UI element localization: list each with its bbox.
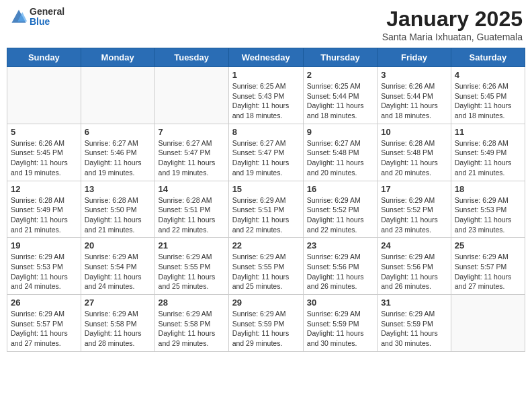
day-info: Sunrise: 6:26 AMSunset: 5:44 PMDaylight:… <box>381 81 447 121</box>
logo-icon <box>9 7 28 26</box>
month-title: January 2025 <box>382 7 523 32</box>
calendar-cell: 5Sunrise: 6:26 AMSunset: 5:45 PMDaylight… <box>7 124 81 181</box>
day-info: Sunrise: 6:27 AMSunset: 5:48 PMDaylight:… <box>307 138 373 178</box>
calendar-cell: 27Sunrise: 6:29 AMSunset: 5:58 PMDayligh… <box>81 295 154 352</box>
weekday-header-sunday: Sunday <box>7 48 81 67</box>
day-number: 8 <box>232 127 300 137</box>
day-number: 29 <box>232 298 300 308</box>
day-number: 25 <box>455 240 521 250</box>
calendar-cell <box>154 67 228 124</box>
day-info: Sunrise: 6:29 AMSunset: 5:57 PMDaylight:… <box>11 309 77 349</box>
day-info: Sunrise: 6:25 AMSunset: 5:43 PMDaylight:… <box>232 81 300 121</box>
day-number: 5 <box>11 127 77 137</box>
calendar-cell: 19Sunrise: 6:29 AMSunset: 5:53 PMDayligh… <box>7 238 81 295</box>
day-info: Sunrise: 6:25 AMSunset: 5:44 PMDaylight:… <box>307 81 373 121</box>
logo-blue-text: Blue <box>30 17 64 27</box>
day-info: Sunrise: 6:29 AMSunset: 5:52 PMDaylight:… <box>307 195 373 235</box>
weekday-header-wednesday: Wednesday <box>228 48 303 67</box>
day-number: 28 <box>159 298 225 308</box>
logo: General Blue <box>9 7 64 28</box>
day-info: Sunrise: 6:29 AMSunset: 5:58 PMDaylight:… <box>159 309 225 349</box>
day-info: Sunrise: 6:26 AMSunset: 5:45 PMDaylight:… <box>11 138 77 178</box>
calendar-cell: 30Sunrise: 6:29 AMSunset: 5:59 PMDayligh… <box>303 295 377 352</box>
calendar-cell: 26Sunrise: 6:29 AMSunset: 5:57 PMDayligh… <box>7 295 81 352</box>
day-info: Sunrise: 6:29 AMSunset: 5:59 PMDaylight:… <box>307 309 373 349</box>
day-info: Sunrise: 6:28 AMSunset: 5:51 PMDaylight:… <box>159 195 225 235</box>
title-block: January 2025 Santa Maria Ixhuatan, Guate… <box>382 7 523 42</box>
calendar-cell <box>7 67 81 124</box>
logo-general-text: General <box>30 7 64 17</box>
day-number: 12 <box>11 184 77 194</box>
day-info: Sunrise: 6:27 AMSunset: 5:47 PMDaylight:… <box>159 138 225 178</box>
day-info: Sunrise: 6:28 AMSunset: 5:48 PMDaylight:… <box>381 138 447 178</box>
day-info: Sunrise: 6:29 AMSunset: 5:59 PMDaylight:… <box>381 309 447 349</box>
calendar-cell: 20Sunrise: 6:29 AMSunset: 5:54 PMDayligh… <box>81 238 154 295</box>
day-number: 9 <box>307 127 373 137</box>
weekday-header-tuesday: Tuesday <box>154 48 228 67</box>
day-info: Sunrise: 6:28 AMSunset: 5:50 PMDaylight:… <box>85 195 151 235</box>
day-number: 21 <box>159 240 225 250</box>
day-number: 31 <box>381 298 447 308</box>
calendar-cell <box>81 67 154 124</box>
day-info: Sunrise: 6:27 AMSunset: 5:46 PMDaylight:… <box>85 138 151 178</box>
calendar-cell: 11Sunrise: 6:28 AMSunset: 5:49 PMDayligh… <box>451 124 525 181</box>
day-info: Sunrise: 6:29 AMSunset: 5:53 PMDaylight:… <box>11 252 77 291</box>
day-info: Sunrise: 6:26 AMSunset: 5:45 PMDaylight:… <box>455 81 521 121</box>
calendar-cell: 8Sunrise: 6:27 AMSunset: 5:47 PMDaylight… <box>228 124 303 181</box>
day-info: Sunrise: 6:29 AMSunset: 5:52 PMDaylight:… <box>381 195 447 235</box>
day-number: 1 <box>232 70 300 80</box>
day-info: Sunrise: 6:29 AMSunset: 5:53 PMDaylight:… <box>455 195 521 235</box>
calendar-cell: 21Sunrise: 6:29 AMSunset: 5:55 PMDayligh… <box>154 238 228 295</box>
calendar-cell: 1Sunrise: 6:25 AMSunset: 5:43 PMDaylight… <box>228 67 303 124</box>
day-info: Sunrise: 6:29 AMSunset: 5:57 PMDaylight:… <box>455 252 521 291</box>
calendar-cell: 2Sunrise: 6:25 AMSunset: 5:44 PMDaylight… <box>303 67 377 124</box>
day-info: Sunrise: 6:29 AMSunset: 5:51 PMDaylight:… <box>232 195 300 235</box>
calendar-cell: 16Sunrise: 6:29 AMSunset: 5:52 PMDayligh… <box>303 181 377 238</box>
day-number: 15 <box>232 184 300 194</box>
day-number: 19 <box>11 240 77 250</box>
page-header: General Blue January 2025 Santa Maria Ix… <box>7 7 525 42</box>
day-number: 13 <box>85 184 151 194</box>
day-number: 16 <box>307 184 373 194</box>
calendar-cell: 12Sunrise: 6:28 AMSunset: 5:49 PMDayligh… <box>7 181 81 238</box>
calendar-cell: 29Sunrise: 6:29 AMSunset: 5:59 PMDayligh… <box>228 295 303 352</box>
calendar-cell: 14Sunrise: 6:28 AMSunset: 5:51 PMDayligh… <box>154 181 228 238</box>
day-number: 20 <box>85 240 151 250</box>
calendar-cell: 23Sunrise: 6:29 AMSunset: 5:56 PMDayligh… <box>303 238 377 295</box>
day-number: 27 <box>85 298 151 308</box>
day-number: 30 <box>307 298 373 308</box>
calendar-cell: 28Sunrise: 6:29 AMSunset: 5:58 PMDayligh… <box>154 295 228 352</box>
location-subtitle: Santa Maria Ixhuatan, Guatemala <box>382 32 523 42</box>
weekday-header-saturday: Saturday <box>451 48 525 67</box>
calendar-week-row: 12Sunrise: 6:28 AMSunset: 5:49 PMDayligh… <box>7 181 525 238</box>
day-info: Sunrise: 6:29 AMSunset: 5:56 PMDaylight:… <box>307 252 373 291</box>
day-number: 23 <box>307 240 373 250</box>
calendar-header-row: SundayMondayTuesdayWednesdayThursdayFrid… <box>7 48 525 67</box>
day-number: 24 <box>381 240 447 250</box>
day-number: 2 <box>307 70 373 80</box>
day-number: 26 <box>11 298 77 308</box>
day-number: 10 <box>381 127 447 137</box>
day-number: 17 <box>381 184 447 194</box>
day-info: Sunrise: 6:29 AMSunset: 5:55 PMDaylight:… <box>232 252 300 291</box>
logo-text: General Blue <box>30 7 64 28</box>
calendar-week-row: 5Sunrise: 6:26 AMSunset: 5:45 PMDaylight… <box>7 124 525 181</box>
day-info: Sunrise: 6:29 AMSunset: 5:56 PMDaylight:… <box>381 252 447 291</box>
day-number: 18 <box>455 184 521 194</box>
day-info: Sunrise: 6:28 AMSunset: 5:49 PMDaylight:… <box>455 138 521 178</box>
calendar-cell: 13Sunrise: 6:28 AMSunset: 5:50 PMDayligh… <box>81 181 154 238</box>
day-number: 11 <box>455 127 521 137</box>
day-info: Sunrise: 6:29 AMSunset: 5:55 PMDaylight:… <box>159 252 225 291</box>
calendar-cell: 10Sunrise: 6:28 AMSunset: 5:48 PMDayligh… <box>378 124 451 181</box>
day-info: Sunrise: 6:29 AMSunset: 5:54 PMDaylight:… <box>85 252 151 291</box>
calendar-cell: 25Sunrise: 6:29 AMSunset: 5:57 PMDayligh… <box>451 238 525 295</box>
calendar-cell: 7Sunrise: 6:27 AMSunset: 5:47 PMDaylight… <box>154 124 228 181</box>
calendar-cell: 22Sunrise: 6:29 AMSunset: 5:55 PMDayligh… <box>228 238 303 295</box>
calendar-week-row: 26Sunrise: 6:29 AMSunset: 5:57 PMDayligh… <box>7 295 525 352</box>
calendar-cell: 4Sunrise: 6:26 AMSunset: 5:45 PMDaylight… <box>451 67 525 124</box>
calendar-cell: 18Sunrise: 6:29 AMSunset: 5:53 PMDayligh… <box>451 181 525 238</box>
weekday-header-friday: Friday <box>378 48 451 67</box>
day-number: 14 <box>159 184 225 194</box>
calendar-cell <box>451 295 525 352</box>
weekday-header-monday: Monday <box>81 48 154 67</box>
